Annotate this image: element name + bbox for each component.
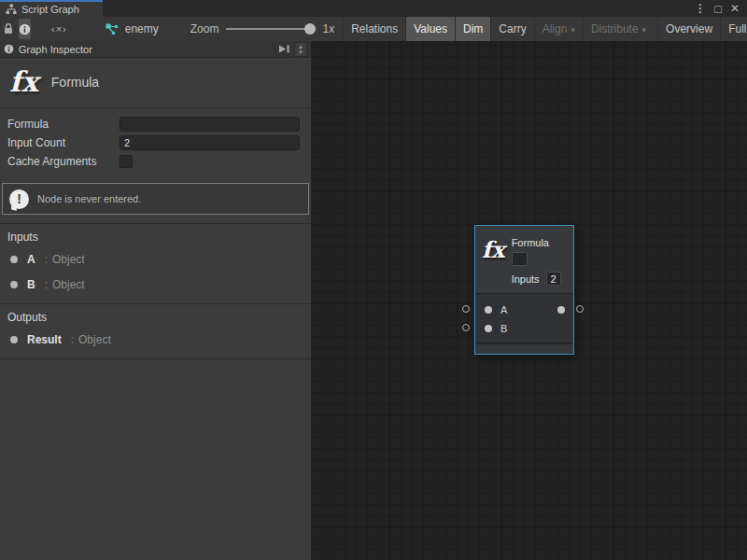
code-icon: ‹×› [51,23,67,35]
node-inputs-count-input[interactable]: 2 [546,272,561,286]
graph-reference[interactable]: enemy [106,22,159,35]
script-graph-window: Script Graph ⋮ □ ✕ ‹×› [0,0,747,560]
tab-bar: Script Graph ⋮ □ ✕ [0,0,747,17]
formula-node-header[interactable]: fx Formula Inputs 2 [475,226,573,293]
port-row-b: B [475,319,573,338]
port-label: B [500,323,507,334]
colon: : [45,253,48,266]
node-title-block: fx Formula [0,58,311,108]
node-formula-input[interactable] [512,252,528,266]
input-port-a[interactable] [485,306,492,314]
maximize-icon[interactable]: □ [714,3,722,15]
spin-down-icon[interactable]: ▼ [298,49,303,55]
script-graph-icon [6,4,17,15]
full-screen-button[interactable]: Full Screen [720,17,747,41]
inspector-scroll-spinner[interactable]: ▲ ▼ [294,42,307,57]
port-type: Object [52,278,85,291]
fx-icon: fx [9,69,38,94]
list-item: A :Object [0,250,311,269]
cache-arguments-field-row: Cache Arguments [7,153,300,169]
external-port-result[interactable] [576,305,584,313]
inspector-header: Graph Inspector ▲ ▼ [0,41,311,58]
warning-box: ! Node is never entered. [2,183,309,215]
tab-label: Script Graph [21,4,79,15]
zoom-slider-track [226,28,316,30]
input-count-field-row: Input Count [7,134,300,150]
inputs-header: Inputs [0,231,311,244]
zoom-label: Zoom [190,22,219,35]
port-row-a: A [475,301,573,319]
port-dot-icon [10,256,18,263]
window-controls: ⋮ □ ✕ [695,0,747,17]
input-port-b[interactable] [485,325,492,332]
zoom-value: 1x [322,22,334,35]
inspector-empty-area [0,359,311,560]
dock-icon[interactable] [278,44,290,54]
zoom-control: Zoom 1x [190,22,334,35]
formula-input[interactable] [120,117,300,132]
chevron-down-icon: ▾ [571,26,575,35]
cache-arguments-label: Cache Arguments [7,155,120,168]
chevron-down-icon: ▾ [642,26,647,35]
formula-field-row: Formula [7,116,300,132]
colon: : [71,333,74,346]
warning-text: Node is never entered. [37,193,141,204]
info-toggle-button[interactable] [19,19,31,39]
node-inputs-label: Inputs [512,273,540,285]
menu-icon[interactable]: ⋮ [695,3,706,14]
close-icon[interactable]: ✕ [730,3,740,14]
distribute-button[interactable]: Distribute ▾ [583,17,654,41]
graph-canvas[interactable]: fx Formula Inputs 2 [312,41,747,560]
node-footer [475,343,573,354]
info-icon [19,23,31,35]
graph-toolbar: ‹×› enemy Zoom 1x Relations [0,17,747,41]
outputs-header: Outputs [0,311,311,324]
outputs-section: Outputs Result :Object [0,304,311,358]
formula-node-ports: A B [475,294,573,343]
port-type: Object [52,253,85,266]
inspector-fields: Formula Input Count Cache Arguments [0,108,311,174]
port-label: A [500,304,507,315]
list-item: B :Object [0,275,311,294]
input-count-label: Input Count [7,136,120,149]
external-port-a[interactable] [462,305,470,313]
port-dot-icon [10,336,18,343]
toolbar-toggle-buttons: Relations Values Dim Carry Align ▾ Distr… [343,17,747,41]
dim-button[interactable]: Dim [455,17,490,41]
external-port-b[interactable] [462,324,470,331]
formula-label: Formula [7,118,120,131]
overview-button[interactable]: Overview [657,17,720,41]
graph-name: enemy [125,22,159,35]
values-button[interactable]: Values [405,17,455,41]
relations-button[interactable]: Relations [343,17,405,41]
graph-icon [106,23,119,35]
align-button[interactable]: Align ▾ [534,17,583,41]
inputs-section: Inputs A :Object B :Object [0,224,311,303]
fx-icon: fx [482,239,505,293]
carry-button[interactable]: Carry [490,17,533,41]
zoom-slider[interactable] [226,22,316,35]
code-view-button[interactable]: ‹×› [51,19,67,39]
tab-script-graph[interactable]: Script Graph [0,0,103,17]
inspector-title: Graph Inspector [19,44,92,55]
node-title: Formula [51,75,99,90]
warning-icon: ! [9,189,29,209]
lock-icon[interactable] [2,19,15,39]
list-item: Result :Object [0,330,311,349]
zoom-slider-handle[interactable] [304,23,316,35]
node-title: Formula [512,237,561,248]
padlock-icon [2,22,15,35]
colon: : [45,278,48,291]
cache-arguments-checkbox[interactable] [120,155,133,168]
output-port-result[interactable] [557,306,565,314]
info-icon [4,44,14,54]
port-type: Object [78,333,111,346]
port-dot-icon [10,281,18,288]
input-count-input[interactable] [120,135,300,150]
graph-inspector-panel: Graph Inspector ▲ ▼ fx Formula [0,41,312,560]
formula-node[interactable]: fx Formula Inputs 2 [474,225,574,355]
